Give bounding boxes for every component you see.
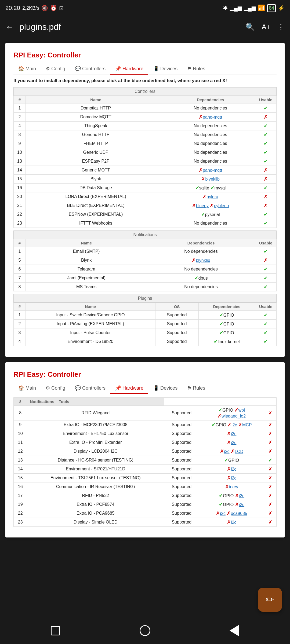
nfc-icon: ⊡ — [59, 5, 64, 11]
table-row: 17 RFID - PN532 Supported ✔GPIO ✗i2c ✗ — [14, 491, 277, 500]
tab-main-2[interactable]: 🏠 Main — [13, 383, 41, 394]
alarm-icon: ⏰ — [50, 5, 57, 11]
page2-header: RPI Easy: Controller — [13, 370, 277, 379]
table-row: 8 Generic HTTP No dependencies ✔ — [14, 130, 277, 139]
fab-edit-button[interactable]: ✏ — [258, 588, 282, 612]
tab-devices-2[interactable]: 📱 Devices — [148, 383, 182, 394]
gear-icon-2: ⚙ — [46, 385, 50, 391]
rules-icon-2: ⚑ — [187, 385, 191, 391]
top-bar: ← plugins.pdf 🔍 A+ ⋮ — [0, 16, 290, 38]
table-row: 1 Input - Switch Device/Generic GPIO Sup… — [14, 311, 277, 320]
dep-link[interactable]: blynklib — [205, 177, 219, 181]
dep-link[interactable]: wiegand_io2 — [222, 414, 246, 418]
notifications-table: Notifications # Name Dependencies Usable… — [13, 230, 277, 291]
info-text: If you want to install a dependency, ple… — [13, 78, 277, 83]
dep-link[interactable]: pylora — [206, 195, 218, 199]
dep-link[interactable]: i2c — [239, 493, 244, 498]
table-row: 22 Extra IO - PCA9685 Supported ✗i2c ✗pc… — [14, 509, 277, 518]
dep-link[interactable]: i2c — [231, 423, 237, 427]
tab-bar-2: 🏠 Main ⚙ Config 💬 Controllers 📌 Hardware… — [13, 383, 277, 394]
dep-link[interactable]: pybleno — [214, 203, 229, 208]
table-row: 23 Display - Simple OLED Supported ✗i2c … — [14, 518, 277, 527]
table-row: 5 Blynk ✗blynklib ✗ — [14, 256, 277, 265]
nav-home-button[interactable] — [136, 621, 154, 640]
table-row: 22 ESPNow (EXPERIMENTAL) ✔pyserial ✔ — [14, 210, 277, 219]
tab-controllers[interactable]: 💬 Controllers — [70, 64, 110, 75]
table-row: 16 Communication - IR Receiver (TESTING)… — [14, 482, 277, 491]
more-options-icon[interactable]: ⋮ — [277, 23, 285, 31]
nav-recents-button[interactable] — [46, 621, 65, 640]
dep-link[interactable]: paho-mqtt — [203, 168, 222, 173]
dep-link[interactable]: i2c — [231, 431, 236, 436]
table-row: 4 ThingSpeak No dependencies ✔ — [14, 122, 277, 130]
chat-icon-2: 💬 — [75, 385, 81, 391]
network-speed: 2,2KB/s — [22, 5, 39, 11]
annotate-icon[interactable]: A+ — [262, 23, 270, 31]
wifi-icon: 📶 — [258, 5, 265, 12]
back-nav-icon — [230, 625, 239, 636]
dep-link[interactable]: pca9685 — [231, 511, 247, 516]
dep-link[interactable]: LCD — [235, 449, 243, 454]
edit-icon: ✏ — [266, 594, 274, 605]
status-right: ✱ ▂▄▆ ▂▄▆ 📶 64 ⚡ — [223, 4, 285, 12]
dep-link[interactable]: MCP — [242, 423, 252, 427]
plugins-section-header: Plugins — [14, 294, 277, 303]
gear-icon: ⚙ — [46, 66, 50, 72]
status-left: 20:20 2,2KB/s 🔇 ⏰ ⊡ — [5, 5, 64, 12]
dep-link[interactable]: blynklib — [196, 258, 210, 263]
tab-config[interactable]: ⚙ Config — [41, 64, 70, 75]
pdf-page-2: RPI Easy: Controller 🏠 Main ⚙ Config 💬 C… — [5, 362, 285, 537]
dep-link[interactable]: i2c — [239, 502, 244, 507]
charging-icon: ⚡ — [278, 5, 285, 11]
back-button[interactable]: ← — [5, 22, 14, 32]
hardware-icon-2: 📌 — [115, 385, 121, 391]
dep-link[interactable]: i2c — [231, 440, 236, 445]
home-icon: 🏠 — [18, 66, 24, 72]
hardware-icon: 📌 — [115, 66, 121, 72]
table-row: 14 Environment - SI7021/HTU21D Supported… — [14, 465, 277, 474]
dep-link[interactable]: paho-mqtt — [203, 115, 222, 119]
controllers-section-header: Controllers — [14, 87, 277, 96]
battery-indicator: 64 — [267, 4, 276, 12]
chat-icon: 💬 — [75, 66, 81, 72]
dep-link[interactable]: i2c — [224, 449, 229, 454]
dep-link[interactable]: i2c — [231, 467, 236, 471]
devices-icon-2: 📱 — [153, 385, 159, 391]
table-row: 13 Distance - HC-SR04 sensor (TESTING) S… — [14, 456, 277, 465]
nav-back-button[interactable] — [225, 621, 244, 640]
dep-link[interactable]: wpl — [238, 408, 245, 412]
dep-link[interactable]: i2c — [220, 511, 225, 516]
tab-controllers-2[interactable]: 💬 Controllers — [70, 383, 110, 394]
tab-hardware[interactable]: 📌 Hardware — [110, 64, 148, 75]
tab-hardware-2[interactable]: 📌 Hardware — [110, 383, 148, 394]
plugins-table: Plugins # Name OS Dependencies Usable 1 … — [13, 294, 277, 346]
table-row: 15 Environment - TSL2561 Lux sensor (TES… — [14, 474, 277, 482]
table-row: 9 Extra IO - MCP23017/MCP23008 Supported… — [14, 420, 277, 429]
table-row: 20 LORA Direct (EXPERIMENTAL) ✗pylora ✗ — [14, 192, 277, 201]
table-row: 13 ESPEasy P2P No dependencies ✔ — [14, 157, 277, 166]
bluetooth-icon: ✱ — [223, 5, 228, 12]
table-row: 21 BLE Direct (EXPERIMENTAL) ✗bluepy ✗py… — [14, 201, 277, 210]
tab-rules-2[interactable]: ⚑ Rules — [182, 383, 210, 394]
dep-link[interactable]: bluepy — [196, 203, 209, 208]
page1-header: RPI Easy: Controller — [13, 51, 277, 59]
table-row: 23 IFTTT Webhooks No dependencies ✔ — [14, 219, 277, 228]
plugins-table-2: 8 Notifications Tools 8 RFID Wiegand Sup… — [13, 397, 277, 527]
tab-main[interactable]: 🏠 Main — [13, 64, 41, 75]
tab-devices[interactable]: 📱 Devices — [148, 64, 182, 75]
tab-rules[interactable]: ⚑ Rules — [182, 64, 210, 75]
tab-config-2[interactable]: ⚙ Config — [41, 383, 70, 394]
usable-check: ✔ — [264, 105, 268, 111]
table-row: 10 Generic UDP No dependencies ✔ — [14, 148, 277, 157]
table-row: 1 Domoticz HTTP No dependencies ✔ — [14, 104, 277, 113]
pdf-page-1: RPI Easy: Controller 🏠 Main ⚙ Config 💬 C… — [5, 43, 285, 357]
dep-link[interactable]: i2c — [231, 476, 236, 480]
bottom-nav — [0, 617, 290, 644]
dep-link[interactable]: irkey — [229, 485, 238, 489]
search-icon[interactable]: 🔍 — [245, 23, 255, 31]
col-header-usable: Usable — [255, 96, 277, 104]
table-row: 8 MS Teams No dependencies ✔ — [14, 283, 277, 291]
signal-icon2: ▂▄▆ — [244, 5, 256, 11]
controllers-table: Controllers # Name Dependencies Usable 1… — [13, 87, 277, 228]
dep-link[interactable]: i2c — [231, 520, 236, 525]
